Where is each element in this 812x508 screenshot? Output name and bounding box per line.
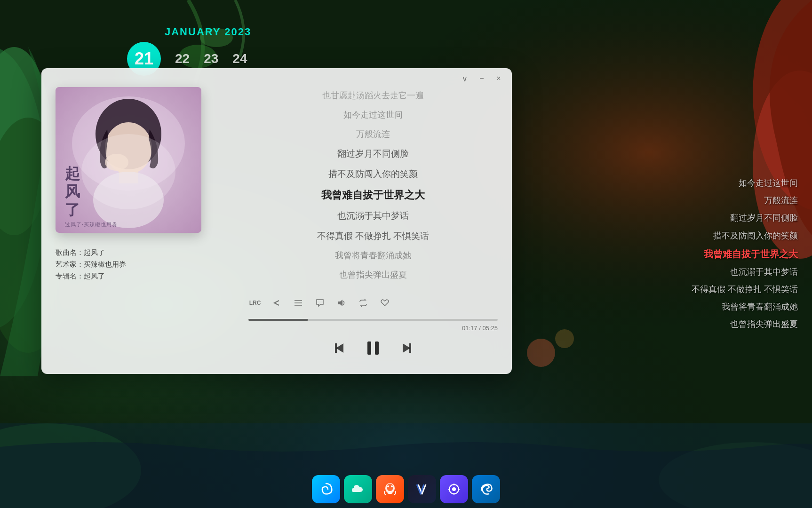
svg-point-34 xyxy=(387,484,393,491)
lyric-0: 也甘愿赴汤蹈火去走它一遍 xyxy=(248,89,498,102)
desktop-lyric-6: 也沉溺于其中梦话 xyxy=(676,266,798,278)
main-controls xyxy=(248,336,498,360)
artist-row: 艺术家：买辣椒也用券 xyxy=(56,260,234,269)
lyric-2: 万般流连 xyxy=(248,128,498,141)
progress-section: LRC xyxy=(248,283,498,360)
desktop-lyrics-panel: 如今走过这世间 万般流连 翻过岁月不同侧脸 措不及防闯入你的笑颜 我曾难自拔于世… xyxy=(661,168,812,340)
lyrics-container: 也甘愿赴汤蹈火去走它一遍 如今走过这世间 万般流连 翻过岁月不同侧脸 措不及防闯… xyxy=(248,85,498,283)
taskbar-app-edge[interactable] xyxy=(472,475,500,503)
prev-button[interactable] xyxy=(331,339,350,357)
desktop-lyric-8: 我曾将青春翻涌成她 xyxy=(676,301,798,313)
progress-bar[interactable] xyxy=(248,319,498,321)
song-info: 歌曲名：起风了 艺术家：买辣椒也用券 专辑名：起风了 xyxy=(56,248,234,284)
song-name-value: 起风了 xyxy=(84,248,105,256)
toolbar-left: LRC xyxy=(248,296,391,310)
comment-icon[interactable] xyxy=(313,296,326,310)
progress-fill xyxy=(248,319,308,321)
window-titlebar: ∨ − × xyxy=(452,68,512,89)
playlist-icon[interactable] xyxy=(292,296,305,310)
album-row: 专辑名：起风了 xyxy=(56,272,234,281)
taskbar-app-cloud[interactable] xyxy=(344,475,372,503)
player-right: 也甘愿赴汤蹈火去走它一遍 如今走过这世间 万般流连 翻过岁月不同侧脸 措不及防闯… xyxy=(234,82,498,360)
lyric-8: 我曾将青春翻涌成她 xyxy=(248,249,498,262)
svg-point-38 xyxy=(452,487,456,491)
svg-point-13 xyxy=(527,339,555,367)
artist-value: 买辣椒也用券 xyxy=(84,260,126,268)
lyric-9: 也曾指尖弹出盛夏 xyxy=(248,269,498,281)
player-content: 起风了 过风了·买辣椒也用劵 歌曲名：起风了 艺术家：买辣椒也用券 专辑名：起风… xyxy=(41,68,512,374)
close-button[interactable]: × xyxy=(494,74,503,83)
calendar-day-24: 24 xyxy=(232,51,247,66)
taskbar-app-wps[interactable] xyxy=(408,475,436,503)
volume-icon[interactable] xyxy=(335,296,348,310)
artist-label: 艺术家： xyxy=(56,260,84,268)
svg-rect-29 xyxy=(367,341,371,355)
taskbar-app-spiral[interactable] xyxy=(312,475,340,503)
lrc-button[interactable]: LRC xyxy=(248,296,262,310)
song-name-row: 歌曲名：起风了 xyxy=(56,248,234,257)
svg-marker-31 xyxy=(403,343,410,353)
lyric-6: 也沉溺于其中梦话 xyxy=(248,209,498,223)
svg-marker-27 xyxy=(336,343,343,353)
desktop-lyric-7: 不得真假 不做挣扎 不惧笑话 xyxy=(676,284,798,295)
lyric-4: 措不及防闯入你的笑颜 xyxy=(248,167,498,181)
taskbar xyxy=(0,470,812,508)
desktop-lyric-9: 也曾指尖弹出盛夏 xyxy=(676,319,798,331)
album-art: 起风了 过风了·买辣椒也用劵 xyxy=(56,87,201,233)
lyric-7: 不得真假 不做挣扎 不惧笑话 xyxy=(248,230,498,243)
lyric-3: 翻过岁月不同侧脸 xyxy=(248,147,498,161)
svg-point-14 xyxy=(555,329,574,348)
back-icon[interactable] xyxy=(270,296,283,310)
calendar-month: JANUARY 2023 xyxy=(165,26,251,38)
dropdown-button[interactable]: ∨ xyxy=(460,74,470,83)
player-left: 起风了 过风了·买辣椒也用劵 歌曲名：起风了 艺术家：买辣椒也用券 专辑名：起风… xyxy=(56,82,234,360)
album-art-container: 起风了 过风了·买辣椒也用劵 xyxy=(56,87,201,233)
svg-point-35 xyxy=(387,485,389,487)
svg-rect-30 xyxy=(375,341,379,355)
calendar-day-22: 22 xyxy=(175,51,190,66)
pause-button[interactable] xyxy=(361,336,385,360)
album-text-overlay: 起风了 xyxy=(65,165,80,219)
next-button[interactable] xyxy=(396,339,415,357)
minimize-button[interactable]: − xyxy=(477,74,486,83)
calendar-other-days: 22 23 24 xyxy=(175,51,247,66)
desktop-lyric-2: 万般流连 xyxy=(676,195,798,206)
desktop-lyric-3: 翻过岁月不同侧脸 xyxy=(676,213,798,224)
song-name-label: 歌曲名： xyxy=(56,248,84,256)
lyric-1: 如今走过这世间 xyxy=(248,109,498,121)
progress-time: 01:17 / 05:25 xyxy=(248,325,498,332)
taskbar-app-baidu[interactable] xyxy=(440,475,468,503)
favorite-icon[interactable] xyxy=(378,296,391,310)
album-subtitle: 过风了·买辣椒也用劵 xyxy=(65,221,118,228)
time-display: 01:17 / 05:25 xyxy=(462,325,498,332)
taskbar-app-qq[interactable] xyxy=(376,475,404,503)
desktop-lyric-1: 如今走过这世间 xyxy=(676,177,798,189)
svg-rect-28 xyxy=(335,343,337,353)
album-label: 专辑名： xyxy=(56,272,84,280)
desktop-lyric-4: 措不及防闯入你的笑颜 xyxy=(676,230,798,242)
calendar-day-23: 23 xyxy=(204,51,218,66)
desktop-lyric-5-active: 我曾难自拔于世界之大 xyxy=(676,247,798,261)
svg-rect-32 xyxy=(409,343,411,353)
svg-point-23 xyxy=(81,134,175,209)
lyric-active: 我曾难自拔于世界之大 xyxy=(248,187,498,203)
svg-point-36 xyxy=(391,485,393,487)
album-value: 起风了 xyxy=(84,272,105,280)
repeat-icon[interactable] xyxy=(357,296,370,310)
player-window: ∨ − × xyxy=(41,68,512,374)
toolbar-bar: LRC xyxy=(248,293,498,313)
